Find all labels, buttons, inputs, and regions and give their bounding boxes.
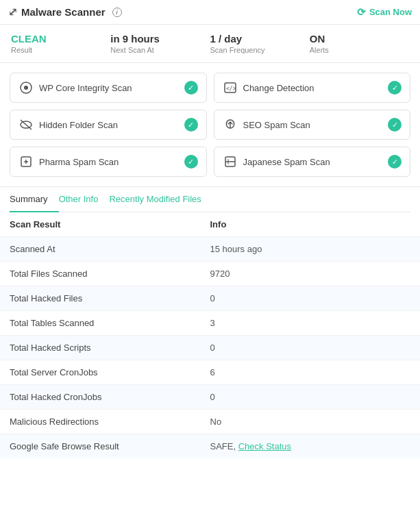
tab-summary[interactable]: Summary (10, 187, 59, 212)
tab-recently-modified[interactable]: Recently Modified Files (109, 187, 212, 212)
svg-text:</>: </> (226, 86, 236, 92)
row-tables-scanned-value: 3 (210, 318, 411, 328)
row-server-cronjobs-value: 6 (210, 367, 411, 377)
table-header: Scan Result Info (0, 212, 420, 236)
scan-grid: WP Core Integrity Scan ✓ </> Change Dete… (0, 63, 420, 186)
svg-point-1 (24, 86, 28, 90)
change-detection-check: ✓ (388, 81, 402, 95)
status-alerts: ON Alerts (310, 33, 409, 54)
scan-item-seo-spam-label: SEO Spam Scan (243, 120, 310, 130)
row-server-cronjobs-label: Total Server CronJobs (10, 367, 210, 377)
scan-item-pharma-spam-label: Pharma Spam Scan (39, 157, 119, 167)
status-result: CLEAN Result (11, 33, 110, 54)
table-row: Total Hacked Scripts 0 (0, 335, 420, 360)
table-row: Total Server CronJobs 6 (0, 360, 420, 384)
table-row: Malicious Redirections No (0, 409, 420, 434)
status-result-value: CLEAN (11, 33, 110, 45)
scan-item-seo-spam[interactable]: SEO Spam Scan ✓ (214, 110, 411, 140)
table-row: Total Files Scanned 9720 (0, 261, 420, 286)
scan-item-wp-core[interactable]: WP Core Integrity Scan ✓ (10, 73, 207, 103)
scan-item-change-detection-label: Change Detection (243, 83, 314, 93)
app-container: ⤢ Malware Scanner i ⟳ Scan Now CLEAN Res… (0, 0, 420, 509)
scan-now-label: Scan Now (369, 7, 412, 17)
scan-item-wp-core-label: WP Core Integrity Scan (39, 83, 132, 93)
expand-icon: ⤢ (8, 5, 17, 18)
scan-item-japanese-spam[interactable]: Japanese Spam Scan ✓ (214, 147, 411, 177)
scan-now-button[interactable]: ⟳ Scan Now (357, 6, 412, 18)
row-google-safe-label: Google Safe Browse Result (10, 441, 210, 451)
info-icon[interactable]: i (112, 8, 122, 17)
hidden-folder-check: ✓ (184, 118, 198, 132)
app-title: Malware Scanner (21, 6, 106, 18)
row-hacked-scripts-value: 0 (210, 343, 411, 353)
row-total-files-label: Total Files Scanned (10, 269, 210, 279)
result-table: Scan Result Info Scanned At 15 hours ago… (0, 212, 420, 458)
tabs-container: Summary Other Info Recently Modified Fil… (0, 186, 420, 212)
scan-item-hidden-folder-label: Hidden Folder Scan (39, 120, 118, 130)
status-alerts-label: Alerts (310, 46, 409, 54)
row-tables-scanned-label: Total Tables Scanned (10, 318, 210, 328)
wp-core-icon (18, 80, 34, 95)
row-hacked-scripts-label: Total Hacked Scripts (10, 343, 210, 353)
status-next-scan-label: Next Scan At (110, 46, 210, 54)
table-row: Total Hacked CronJobs 0 (0, 384, 420, 409)
row-malicious-redirections-label: Malicious Redirections (10, 417, 210, 427)
status-frequency-label: Scan Frequency (210, 46, 310, 54)
row-hacked-cronjobs-label: Total Hacked CronJobs (10, 392, 210, 402)
table-row: Scanned At 15 hours ago (0, 236, 420, 261)
tabs: Summary Other Info Recently Modified Fil… (10, 187, 410, 212)
status-frequency-value: 1 / day (210, 33, 310, 45)
change-detection-icon: </> (223, 80, 238, 95)
pharma-spam-check: ✓ (184, 155, 198, 169)
japanese-spam-check: ✓ (388, 155, 402, 169)
status-next-scan-value: in 9 hours (110, 33, 210, 45)
scan-item-pharma-spam[interactable]: Pharma Spam Scan ✓ (10, 147, 207, 177)
header: ⤢ Malware Scanner i ⟳ Scan Now (0, 0, 420, 25)
pharma-spam-icon (18, 154, 34, 169)
status-next-scan: in 9 hours Next Scan At (110, 33, 210, 54)
row-google-safe-value: SAFE, Check Status (210, 441, 411, 451)
hidden-folder-icon (18, 117, 34, 132)
seo-spam-icon (223, 117, 238, 132)
col1-header: Scan Result (10, 219, 210, 229)
header-left: ⤢ Malware Scanner i (8, 5, 122, 18)
status-result-label: Result (11, 46, 110, 54)
status-frequency: 1 / day Scan Frequency (210, 33, 310, 54)
scan-item-japanese-spam-label: Japanese Spam Scan (243, 157, 330, 167)
scan-now-icon: ⟳ (357, 6, 366, 18)
japanese-spam-icon (223, 154, 238, 169)
row-total-files-value: 9720 (210, 269, 411, 279)
row-scanned-at-label: Scanned At (10, 244, 210, 254)
wp-core-check: ✓ (184, 81, 198, 95)
row-hacked-files-label: Total Hacked Files (10, 293, 210, 303)
row-scanned-at-value: 15 hours ago (210, 244, 411, 254)
scan-item-hidden-folder[interactable]: Hidden Folder Scan ✓ (10, 110, 207, 140)
table-row: Total Hacked Files 0 (0, 286, 420, 310)
tab-other-info[interactable]: Other Info (59, 187, 110, 212)
row-malicious-redirections-value: No (210, 417, 411, 427)
seo-spam-check: ✓ (388, 118, 402, 132)
scan-item-change-detection[interactable]: </> Change Detection ✓ (214, 73, 411, 103)
col2-header: Info (210, 219, 411, 229)
table-row: Google Safe Browse Result SAFE, Check St… (0, 434, 420, 458)
check-status-link[interactable]: Check Status (238, 441, 291, 451)
status-bar: CLEAN Result in 9 hours Next Scan At 1 /… (0, 25, 420, 63)
row-hacked-files-value: 0 (210, 293, 411, 303)
status-alerts-value: ON (310, 33, 409, 45)
table-row: Total Tables Scanned 3 (0, 310, 420, 335)
row-hacked-cronjobs-value: 0 (210, 392, 411, 402)
